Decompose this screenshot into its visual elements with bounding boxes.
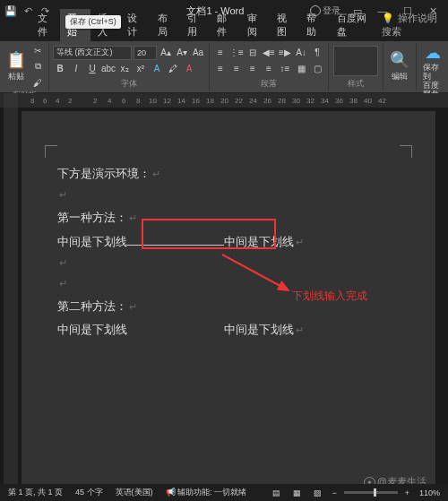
save-tooltip: 保存 (Ctrl+S) — [65, 15, 121, 29]
multilevel-icon[interactable]: ⊟ — [246, 46, 260, 60]
paste-button[interactable]: 📋粘贴 — [4, 50, 29, 82]
group-clipboard: 📋粘贴 ✂ ⧉ 🖌 剪贴板 — [0, 43, 49, 91]
style-gallery[interactable] — [333, 46, 378, 76]
underline-segment — [127, 233, 224, 246]
font-name-combo[interactable]: 等线 (西文正文) — [53, 46, 132, 60]
line-spacing-icon[interactable]: ↕≡ — [278, 62, 292, 76]
tab-baidu[interactable]: 百度网盘 — [330, 9, 375, 41]
tab-layout[interactable]: 布局 — [151, 9, 180, 41]
text-effects-icon[interactable]: A — [150, 62, 164, 76]
bullets-icon[interactable]: ≡ — [213, 46, 228, 60]
editing-group-label — [387, 90, 412, 91]
annotation-text: 下划线输入完成 — [292, 287, 367, 307]
bold-icon[interactable]: B — [53, 62, 67, 76]
group-editing: 🔍编辑 — [383, 43, 417, 91]
save-baidu-button[interactable]: ☁保存到 百度网盘 — [420, 43, 444, 99]
font-label: 字体 — [53, 78, 205, 91]
cut-icon[interactable]: ✂ — [30, 43, 45, 57]
group-save: ☁保存到 百度网盘 保存 — [417, 43, 448, 91]
tab-design[interactable]: 设计 — [120, 9, 150, 41]
watermark-icon: ✦ — [364, 477, 375, 484]
tab-view[interactable]: 视图 — [270, 9, 299, 41]
paste-label: 粘贴 — [8, 71, 24, 82]
margin-corner-tl — [45, 145, 57, 158]
find-icon: 🔍 — [390, 50, 409, 70]
justify-icon[interactable]: ≡ — [262, 62, 276, 76]
strikethrough-icon[interactable]: abc — [101, 62, 116, 76]
tell-me-label: 操作说明搜索 — [382, 13, 436, 37]
margin-corner-tr — [400, 145, 412, 158]
decrease-indent-icon[interactable]: ◀≡ — [262, 46, 276, 60]
horizontal-ruler[interactable]: 8642 2468 10121416 18202224 26283032 343… — [0, 93, 448, 108]
status-page[interactable]: 第 1 页, 共 1 页 — [5, 487, 65, 498]
show-marks-icon[interactable]: ¶ — [310, 46, 324, 60]
grow-font-icon[interactable]: A▴ — [159, 46, 173, 60]
status-words[interactable]: 45 个字 — [73, 487, 106, 498]
doc-blank-2: ↵ — [57, 255, 400, 272]
doc-line-5: 中间是下划线中间是下划线↵ — [57, 319, 400, 340]
ribbon: 📋粘贴 ✂ ⧉ 🖌 剪贴板 等线 (西文正文) 20 A▴ A▾ Aa B — [0, 41, 448, 93]
paste-icon: 📋 — [6, 50, 26, 70]
underline-icon[interactable]: U — [85, 62, 99, 76]
editing-label: 编辑 — [392, 71, 408, 82]
font-color-icon[interactable]: A — [182, 62, 196, 76]
subscript-icon[interactable]: x₂ — [117, 62, 132, 76]
tab-help[interactable]: 帮助 — [299, 9, 329, 41]
tell-me-search[interactable]: 💡 操作说明搜索 — [375, 9, 448, 41]
numbering-icon[interactable]: ⋮≡ — [229, 46, 244, 60]
zoom-level[interactable]: 110% — [417, 488, 443, 497]
copy-icon[interactable]: ⧉ — [30, 59, 45, 73]
align-center-icon[interactable]: ≡ — [229, 62, 244, 76]
highlight-icon[interactable]: 🖍 — [166, 62, 180, 76]
zoom-slider[interactable] — [344, 491, 398, 494]
paragraph-label: 段落 — [213, 78, 324, 91]
align-left-icon[interactable]: ≡ — [213, 62, 228, 76]
group-paragraph: ≡ ⋮≡ ⊟ ◀≡ ≡▶ A↓ ¶ ≡ ≡ ≡ ≡ ↕≡ ▦ ▢ — [210, 43, 329, 91]
group-styles: 样式 — [329, 43, 383, 91]
view-web-icon[interactable]: ▨ — [311, 488, 324, 497]
superscript-icon[interactable]: x² — [134, 62, 148, 76]
doc-line-3: 中间是下划线中间是下划线↵ — [57, 231, 400, 252]
tab-file[interactable]: 文件 — [30, 9, 60, 41]
shading-icon[interactable]: ▦ — [294, 62, 308, 76]
group-font: 等线 (西文正文) 20 A▴ A▾ Aa B I U abc x₂ x² A … — [49, 43, 210, 91]
save-icon[interactable]: 💾 — [4, 4, 18, 18]
styles-label: 样式 — [332, 78, 379, 91]
vertical-ruler[interactable] — [4, 108, 18, 484]
format-painter-icon[interactable]: 🖌 — [30, 75, 45, 90]
tab-review[interactable]: 审阅 — [240, 9, 270, 41]
status-accessibility[interactable]: 📢 辅助功能: 一切就绪 — [163, 487, 250, 498]
zoom-in-icon[interactable]: + — [405, 488, 409, 497]
change-case-icon[interactable]: Aa — [191, 46, 205, 60]
editing-button[interactable]: 🔍编辑 — [387, 50, 412, 82]
increase-indent-icon[interactable]: ≡▶ — [278, 46, 292, 60]
watermark: ✦@麦麦生活 — [364, 473, 426, 484]
doc-blank-1: ↵ — [57, 186, 400, 204]
ruler-corner — [4, 93, 18, 108]
sort-icon[interactable]: A↓ — [294, 46, 308, 60]
doc-line-1: 下方是演示环境：↵ — [57, 163, 400, 184]
view-print-icon[interactable]: ▦ — [290, 488, 304, 497]
zoom-out-icon[interactable]: − — [332, 488, 336, 497]
tab-references[interactable]: 引用 — [180, 9, 210, 41]
font-size-combo[interactable]: 20 — [134, 46, 157, 60]
status-bar: 第 1 页, 共 1 页 45 个字 英语(美国) 📢 辅助功能: 一切就绪 ▤… — [0, 484, 448, 501]
cloud-save-icon: ☁ — [425, 43, 441, 63]
doc-line-2: 第一种方法：↵ — [57, 207, 400, 228]
document-page[interactable]: 下方是演示环境：↵ ↵ 第一种方法：↵ 中间是下划线中间是下划线↵ ↵ ↵ 第二… — [22, 111, 435, 484]
paragraph-mark-icon: ↵ — [152, 166, 160, 184]
view-read-icon[interactable]: ▤ — [270, 488, 283, 497]
tab-mailings[interactable]: 邮件 — [210, 9, 239, 41]
italic-icon[interactable]: I — [69, 62, 83, 76]
align-right-icon[interactable]: ≡ — [246, 62, 260, 76]
document-area: 下方是演示环境：↵ ↵ 第一种方法：↵ 中间是下划线中间是下划线↵ ↵ ↵ 第二… — [0, 108, 448, 484]
status-lang[interactable]: 英语(美国) — [113, 487, 156, 498]
shrink-font-icon[interactable]: A▾ — [175, 46, 189, 60]
borders-icon[interactable]: ▢ — [310, 62, 324, 76]
